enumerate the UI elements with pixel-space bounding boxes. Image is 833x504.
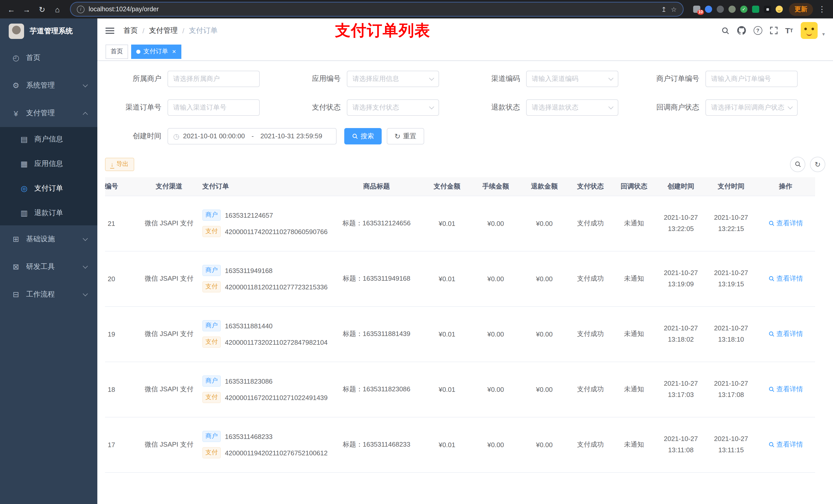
view-detail-link[interactable]: 查看详情: [768, 440, 803, 450]
extensions-puzzle-icon[interactable]: 10: [693, 6, 700, 13]
refresh-table-button[interactable]: ↻: [810, 157, 825, 172]
chevron-down-icon: [429, 75, 434, 81]
font-size-icon[interactable]: TT: [785, 26, 793, 35]
export-button[interactable]: ↓ 导出: [105, 158, 134, 171]
pay-tag: 支付: [203, 337, 221, 348]
sidebar-item-label: 退款订单: [34, 209, 63, 218]
cell-fee: ¥0.00: [471, 220, 520, 227]
extension-olive-icon[interactable]: [729, 6, 736, 13]
merchant-input[interactable]: [168, 71, 260, 87]
github-icon[interactable]: [737, 26, 746, 35]
cell-title: 标题：1635312124656: [330, 219, 423, 228]
date-end-value: 2021-10-31 23:59:59: [261, 133, 322, 140]
breadcrumb-payment[interactable]: 支付管理: [149, 26, 178, 35]
cell-id: 17: [105, 441, 141, 449]
channel-order-no-field[interactable]: [173, 104, 254, 112]
sidebar-item-infra[interactable]: ⊞ 基础设施: [0, 225, 97, 253]
date-range-input[interactable]: ◷ 2021-10-01 00:00:00 - 2021-10-31 23:59…: [168, 128, 337, 144]
tags-view: 首页 支付订单 ×: [97, 43, 833, 61]
site-info-icon[interactable]: i: [77, 5, 85, 13]
browser-forward-button[interactable]: →: [21, 3, 33, 15]
toggle-search-button[interactable]: [790, 157, 805, 172]
cell-refund: ¥0.00: [520, 441, 569, 449]
help-icon[interactable]: ?: [753, 26, 762, 35]
cell-title: 标题：1635311949168: [330, 274, 423, 284]
cell-id: 18: [105, 386, 141, 393]
merchant-order-no: 1635311468233: [225, 433, 272, 440]
tab-close-icon[interactable]: ×: [172, 48, 176, 55]
refund-status-select[interactable]: 请选择退款状态: [526, 99, 618, 116]
sidebar-item-dev-tools[interactable]: ⊠ 研发工具: [0, 253, 97, 281]
browser-home-button[interactable]: ⌂: [51, 3, 64, 15]
sidebar-item-label: 首页: [26, 53, 41, 63]
view-detail-link[interactable]: 查看详情: [768, 330, 803, 339]
cell-create-time: 2021-10-2713:22:05: [656, 212, 706, 235]
view-detail-link[interactable]: 查看详情: [768, 274, 803, 284]
filter-refund-status: 退款状态 请选择退款状态: [463, 99, 632, 116]
merchant-order-no-input[interactable]: [706, 71, 798, 87]
share-icon[interactable]: ↥: [661, 5, 667, 13]
browser-profile-avatar[interactable]: [776, 6, 783, 13]
sidebar-item-payment[interactable]: ¥ 支付管理: [0, 99, 97, 127]
extension-chat-icon[interactable]: [752, 6, 759, 13]
table-row: 18 微信 JSAPI 支付 商户 1635311823086 支付 42000…: [105, 362, 815, 417]
sidebar-item-refund-order[interactable]: ▥ 退款订单: [0, 201, 97, 225]
sidebar-item-merchant-info[interactable]: ▤ 商户信息: [0, 127, 97, 152]
address-url[interactable]: localhost:1024/pay/order: [89, 6, 657, 13]
browser-back-button[interactable]: ←: [5, 3, 18, 15]
channel-code-select[interactable]: 请输入渠道编码: [526, 71, 618, 87]
cell-channel: 微信 JSAPI 支付: [141, 440, 197, 450]
cell-order: 商户 1635312124657 支付 42000011742021102780…: [197, 210, 330, 237]
search-icon[interactable]: [721, 27, 729, 35]
sidebar-item-home[interactable]: ◴ 首页: [0, 44, 97, 72]
browser-menu-icon[interactable]: ⋮: [816, 5, 828, 14]
channel-order-no-input[interactable]: [168, 99, 260, 116]
table-header-row: 编号 支付渠道 支付订单 商品标题 支付金额 手续金额 退款金额 支付状态 回调…: [105, 177, 815, 196]
reset-button-label: 重置: [403, 131, 416, 141]
fullscreen-icon[interactable]: [770, 27, 778, 34]
address-bar[interactable]: i localhost:1024/pay/order ↥ ☆: [71, 3, 683, 16]
view-detail-link[interactable]: 查看详情: [768, 219, 803, 228]
cell-refund: ¥0.00: [520, 330, 569, 338]
chevron-down-icon: [83, 264, 88, 269]
hamburger-icon[interactable]: [105, 28, 114, 29]
merchant-input-field[interactable]: [173, 75, 254, 83]
extension-dark-icon[interactable]: [717, 6, 724, 13]
orders-table: 编号 支付渠道 支付订单 商品标题 支付金额 手续金额 退款金额 支付状态 回调…: [105, 177, 825, 490]
cell-channel: 微信 JSAPI 支付: [141, 274, 197, 284]
sidebar-item-workflow[interactable]: ⊟ 工作流程: [0, 281, 97, 308]
sidebar-item-app-info[interactable]: ▦ 应用信息: [0, 152, 97, 176]
sidebar-logo[interactable]: 芋道管理系统: [0, 19, 97, 44]
breadcrumb-home[interactable]: 首页: [123, 26, 138, 35]
avatar-caret-icon[interactable]: ▾: [822, 31, 825, 37]
chevron-down-icon: [83, 291, 88, 296]
app-select[interactable]: 请选择应用信息: [347, 71, 439, 87]
tab-pay-order[interactable]: 支付订单 ×: [131, 45, 181, 59]
sidebar-item-system[interactable]: ⚙ 系统管理: [0, 72, 97, 99]
export-button-label: 导出: [116, 160, 128, 169]
extension-check-icon[interactable]: ✓: [740, 6, 747, 13]
extension-pinned-icon[interactable]: [764, 6, 771, 13]
view-detail-link[interactable]: 查看详情: [768, 385, 803, 394]
reset-button[interactable]: ↻ 重置: [387, 128, 424, 144]
browser-reload-button[interactable]: ↻: [36, 3, 48, 15]
bookmark-star-icon[interactable]: ☆: [671, 5, 677, 13]
user-avatar[interactable]: [801, 22, 818, 39]
cell-amount: ¥0.01: [423, 441, 471, 449]
extension-blue-icon[interactable]: [705, 6, 712, 13]
chrome-update-button[interactable]: 更新: [789, 3, 813, 16]
search-button[interactable]: 搜索: [344, 128, 382, 144]
sidebar-item-pay-order[interactable]: ◎ 支付订单: [0, 176, 97, 201]
cell-status: 支付成功: [569, 440, 612, 450]
cell-channel: 微信 JSAPI 支付: [141, 385, 197, 394]
callback-status-select[interactable]: 请选择订单回调商户状态: [706, 99, 798, 116]
view-detail-label: 查看详情: [777, 219, 803, 228]
pay-tag: 支付: [203, 392, 221, 403]
view-detail-label: 查看详情: [777, 440, 803, 450]
filter-label: 应用编号: [284, 74, 347, 83]
cell-status: 支付成功: [569, 219, 612, 228]
pay-status-select[interactable]: 请选择支付状态: [347, 99, 439, 116]
tab-home[interactable]: 首页: [105, 45, 128, 59]
sidebar-item-label: 应用信息: [34, 159, 63, 169]
merchant-order-no-field[interactable]: [711, 75, 792, 83]
